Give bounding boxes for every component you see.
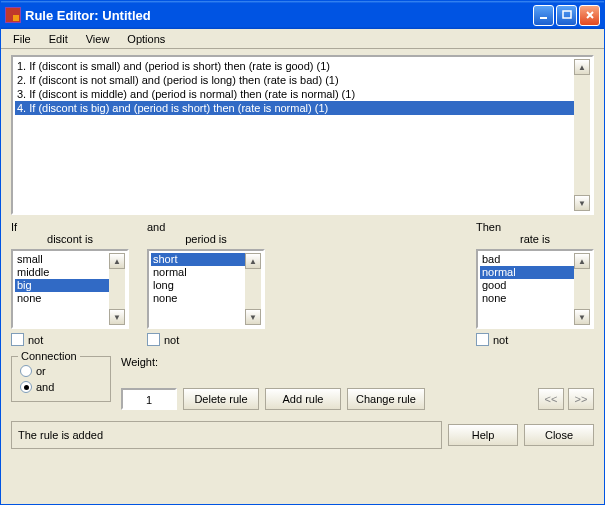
period-not-label: not: [164, 334, 179, 346]
list-item[interactable]: bad: [480, 253, 574, 266]
list-item[interactable]: good: [480, 279, 574, 292]
conditions-row: If discont is smallmiddlebignone ▲ ▼ not: [11, 221, 594, 346]
scroll-down-icon[interactable]: ▼: [574, 309, 590, 325]
list-item[interactable]: none: [15, 292, 109, 305]
client-area: 1. If (discont is small) and (period is …: [1, 49, 604, 504]
change-rule-button[interactable]: Change rule: [347, 388, 425, 410]
list-item[interactable]: normal: [151, 266, 245, 279]
weight-column: Weight: 1 Delete rule Add rule Change ru…: [121, 356, 425, 410]
connection-legend: Connection: [18, 350, 80, 362]
next-button[interactable]: >>: [568, 388, 594, 410]
and-keyword: and: [147, 221, 265, 233]
controls-row: Connection or and Weight: 1 Delete rule …: [11, 356, 594, 410]
delete-rule-button[interactable]: Delete rule: [183, 388, 259, 410]
window-buttons: [533, 5, 600, 26]
period-label: period is: [147, 233, 265, 245]
connection-or-row: or: [20, 365, 102, 377]
rule-line[interactable]: 1. If (discont is small) and (period is …: [15, 59, 574, 73]
titlebar: Rule Editor: Untitled: [1, 1, 604, 29]
menu-view[interactable]: View: [78, 31, 118, 47]
rate-not-row: not: [476, 333, 594, 346]
close-button[interactable]: [579, 5, 600, 26]
svg-rect-0: [540, 17, 547, 19]
rule-line[interactable]: 3. If (discont is middle) and (period is…: [15, 87, 574, 101]
rate-label: rate is: [476, 233, 594, 245]
discont-not-row: not: [11, 333, 129, 346]
window: Rule Editor: Untitled File Edit View Opt…: [0, 0, 605, 505]
scroll-up-icon[interactable]: ▲: [574, 59, 590, 75]
app-icon: [5, 7, 21, 23]
rate-listbox[interactable]: badnormalgoodnone ▲ ▼: [476, 249, 594, 329]
list-item[interactable]: small: [15, 253, 109, 266]
period-not-checkbox[interactable]: [147, 333, 160, 346]
svg-rect-1: [563, 11, 571, 18]
menu-options[interactable]: Options: [119, 31, 173, 47]
prev-button[interactable]: <<: [538, 388, 564, 410]
menubar: File Edit View Options: [1, 29, 604, 49]
list-item[interactable]: none: [151, 292, 245, 305]
period-scrollbar[interactable]: ▲ ▼: [245, 253, 261, 325]
cond-discont: If discont is smallmiddlebignone ▲ ▼ not: [11, 221, 129, 346]
scroll-up-icon[interactable]: ▲: [574, 253, 590, 269]
weight-input[interactable]: 1: [121, 388, 177, 410]
then-keyword: Then: [476, 221, 594, 233]
close-icon: [585, 10, 595, 20]
connection-and-label: and: [36, 381, 54, 393]
rules-scrollbar[interactable]: ▲ ▼: [574, 59, 590, 211]
list-item[interactable]: normal: [480, 266, 574, 279]
minimize-button[interactable]: [533, 5, 554, 26]
cond-rate: Then rate is badnormalgoodnone ▲ ▼ not: [476, 221, 594, 346]
connection-or-radio[interactable]: [20, 365, 32, 377]
nav-buttons: << >>: [538, 388, 594, 410]
close-dialog-button[interactable]: Close: [524, 424, 594, 446]
scroll-down-icon[interactable]: ▼: [574, 195, 590, 211]
maximize-button[interactable]: [556, 5, 577, 26]
scroll-down-icon[interactable]: ▼: [245, 309, 261, 325]
discont-label: discont is: [11, 233, 129, 245]
weight-label: Weight:: [121, 356, 425, 368]
scroll-down-icon[interactable]: ▼: [109, 309, 125, 325]
scroll-up-icon[interactable]: ▲: [109, 253, 125, 269]
scroll-up-icon[interactable]: ▲: [245, 253, 261, 269]
discont-not-checkbox[interactable]: [11, 333, 24, 346]
if-keyword: If: [11, 221, 129, 233]
discont-listbox[interactable]: smallmiddlebignone ▲ ▼: [11, 249, 129, 329]
rate-not-label: not: [493, 334, 508, 346]
status-text: The rule is added: [11, 421, 442, 449]
period-not-row: not: [147, 333, 265, 346]
rule-line[interactable]: 4. If (discont is big) and (period is sh…: [15, 101, 574, 115]
connection-or-label: or: [36, 365, 46, 377]
list-item[interactable]: none: [480, 292, 574, 305]
menu-file[interactable]: File: [5, 31, 39, 47]
list-item[interactable]: big: [15, 279, 109, 292]
list-item[interactable]: long: [151, 279, 245, 292]
rate-not-checkbox[interactable]: [476, 333, 489, 346]
connection-group: Connection or and: [11, 356, 111, 402]
maximize-icon: [562, 10, 572, 20]
cond-period: and period is shortnormallongnone ▲ ▼ no…: [147, 221, 265, 346]
rules-list[interactable]: 1. If (discont is small) and (period is …: [11, 55, 594, 215]
rule-line[interactable]: 2. If (discont is not small) and (period…: [15, 73, 574, 87]
rate-scrollbar[interactable]: ▲ ▼: [574, 253, 590, 325]
discont-not-label: not: [28, 334, 43, 346]
window-title: Rule Editor: Untitled: [25, 8, 533, 23]
minimize-icon: [539, 10, 549, 20]
help-button[interactable]: Help: [448, 424, 518, 446]
period-listbox[interactable]: shortnormallongnone ▲ ▼: [147, 249, 265, 329]
connection-and-row: and: [20, 381, 102, 393]
connection-and-radio[interactable]: [20, 381, 32, 393]
list-item[interactable]: short: [151, 253, 245, 266]
add-rule-button[interactable]: Add rule: [265, 388, 341, 410]
discont-scrollbar[interactable]: ▲ ▼: [109, 253, 125, 325]
statusbar: The rule is added Help Close: [11, 418, 594, 452]
list-item[interactable]: middle: [15, 266, 109, 279]
menu-edit[interactable]: Edit: [41, 31, 76, 47]
